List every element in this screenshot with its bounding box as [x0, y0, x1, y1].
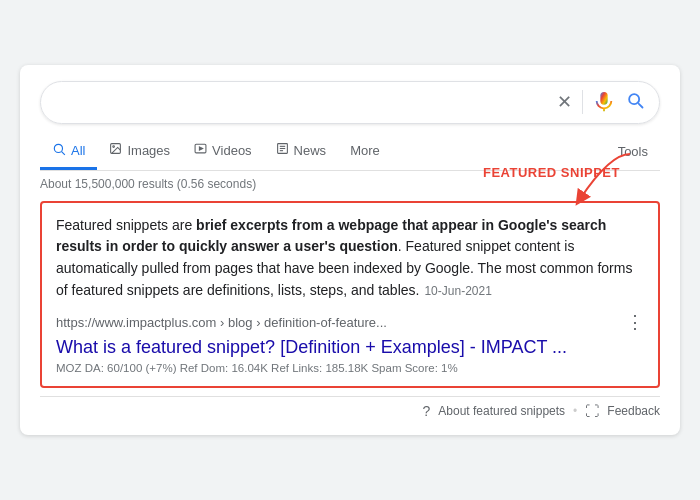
tab-images[interactable]: Images: [97, 134, 182, 169]
snippet-text-before: Featured snippets are: [56, 217, 196, 233]
snippet-date: 10-Jun-2021: [424, 284, 491, 298]
snippet-body-text: Featured snippets are brief excerpts fro…: [56, 215, 644, 302]
snippet-url: https://www.impactplus.com › blog › defi…: [56, 315, 387, 330]
footer-separator: •: [573, 404, 577, 418]
mic-icon[interactable]: [593, 91, 615, 113]
tools-label: Tools: [618, 144, 648, 159]
tab-more[interactable]: More: [338, 135, 392, 169]
news-icon: [276, 142, 289, 158]
tools-button[interactable]: Tools: [606, 136, 660, 167]
snippet-title-link[interactable]: What is a featured snippet? [Definition …: [56, 337, 644, 358]
svg-point-3: [113, 146, 115, 148]
about-featured-snippets-link[interactable]: About featured snippets: [438, 404, 565, 418]
svg-marker-5: [200, 147, 203, 150]
snippet-menu-dots[interactable]: ⋮: [626, 311, 644, 333]
featured-snippet-box: Featured snippets are brief excerpts fro…: [40, 201, 660, 389]
images-icon: [109, 142, 122, 158]
tab-videos-label: Videos: [212, 143, 252, 158]
search-button[interactable]: [625, 90, 645, 115]
tab-more-label: More: [350, 143, 380, 158]
search-bar-icons: ✕: [557, 90, 645, 115]
all-icon: [52, 142, 66, 159]
svg-point-0: [54, 144, 62, 152]
page-footer: ? About featured snippets • ⛶ Feedback: [40, 396, 660, 419]
feedback-icon: ⛶: [585, 403, 599, 419]
tab-videos[interactable]: Videos: [182, 134, 264, 169]
help-icon: ?: [423, 403, 431, 419]
snippet-meta: MOZ DA: 60/100 (+7%) Ref Dom: 16.04K Ref…: [56, 362, 644, 374]
vertical-divider: [582, 90, 583, 114]
close-icon[interactable]: ✕: [557, 91, 572, 113]
tab-all[interactable]: All: [40, 134, 97, 170]
snippet-url-row: https://www.impactplus.com › blog › defi…: [56, 311, 644, 333]
featured-snippet-wrapper: FEATURED SNIPPET Featured snippets are b…: [40, 201, 660, 389]
videos-icon: [194, 142, 207, 158]
google-page: What is a featured snippet ✕: [20, 65, 680, 436]
tab-news-label: News: [294, 143, 327, 158]
tab-news[interactable]: News: [264, 134, 339, 169]
feedback-link[interactable]: Feedback: [607, 404, 660, 418]
tab-images-label: Images: [127, 143, 170, 158]
featured-snippet-label: FEATURED SNIPPET: [483, 165, 620, 180]
tab-all-label: All: [71, 143, 85, 158]
svg-line-1: [62, 151, 65, 154]
search-bar: What is a featured snippet ✕: [40, 81, 660, 124]
search-input[interactable]: What is a featured snippet: [55, 93, 557, 111]
